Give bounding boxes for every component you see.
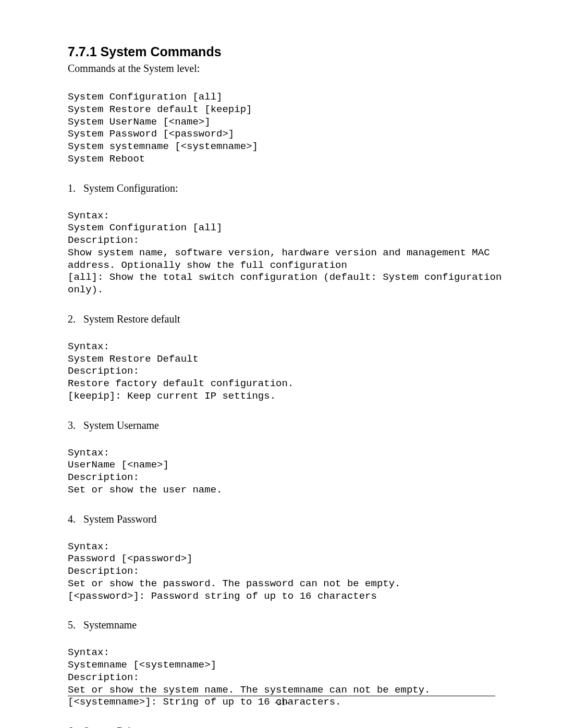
item-num: 5. [68, 619, 79, 631]
item-title: System Password [83, 513, 157, 525]
item-num: 4. [68, 513, 79, 525]
item-num: 2. [68, 313, 79, 325]
item-num: 1. [68, 182, 79, 194]
item-title: System Configuration: [83, 182, 178, 194]
intro-text: Commands at the System level: [68, 63, 495, 75]
item-code-1: Syntax: System Configuration [all] Descr… [68, 210, 495, 297]
item-heading-4: 4. System Password [68, 513, 495, 525]
page-number: -31- [275, 698, 289, 707]
item-title: System Username [83, 419, 159, 431]
item-num: 3. [68, 419, 79, 431]
item-heading-1: 1. System Configuration: [68, 182, 495, 194]
item-heading-3: 3. System Username [68, 419, 495, 431]
item-code-3: Syntax: UserName [<name>] Description: S… [68, 447, 495, 497]
item-code-2: Syntax: System Restore Default Descripti… [68, 341, 495, 403]
overview-code: System Configuration [all] System Restor… [68, 91, 495, 166]
page-content: 7.7.1 System Commands Commands at the Sy… [0, 0, 563, 728]
page-footer: -31- [68, 696, 495, 707]
item-heading-2: 2. System Restore default [68, 313, 495, 325]
item-code-4: Syntax: Password [<password>] Descriptio… [68, 541, 495, 603]
item-title: System Reboot [83, 725, 147, 728]
item-title: System Restore default [83, 313, 180, 325]
item-heading-5: 5. Systemname [68, 619, 495, 631]
section-heading: 7.7.1 System Commands [68, 44, 495, 59]
item-num: 6. [68, 725, 79, 728]
item-title: Systemname [83, 619, 137, 631]
item-heading-6: 6. System Reboot [68, 725, 495, 728]
